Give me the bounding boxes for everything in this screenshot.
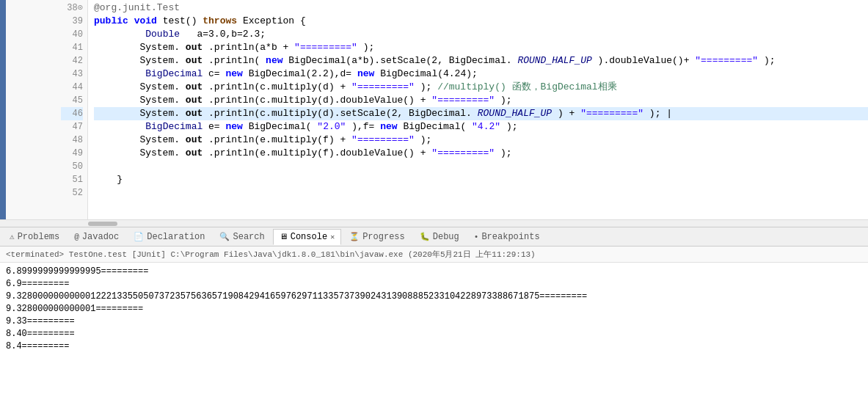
tab-javadoc[interactable]: @ Javadoc	[68, 229, 125, 245]
annotation-38: @org.junit.Test	[94, 2, 180, 13]
breakpoints-icon: •	[474, 233, 479, 241]
tab-console[interactable]: 🖥 Console ✕	[273, 229, 341, 245]
code-content[interactable]: @org.junit.Test public void test() throw…	[88, 0, 868, 219]
tab-debug-label: Debug	[433, 232, 459, 242]
line-num-48: 48	[61, 134, 83, 147]
line-num-43: 43	[61, 68, 83, 81]
console-output-line-2: 6.9=========	[6, 278, 862, 291]
line-num-41: 41	[61, 41, 83, 54]
line-num-45: 45	[61, 94, 83, 107]
bottom-panel: ⚠ Problems @ Javadoc 📄 Declaration 🔍 Sea…	[0, 227, 868, 405]
horizontal-scrollbar[interactable]	[0, 219, 868, 227]
tab-declaration-label: Declaration	[147, 232, 205, 242]
tab-console-label: Console	[291, 232, 327, 242]
tab-breakpoints[interactable]: • Breakpoints	[467, 229, 547, 245]
code-line-39: public void test() throws Exception {	[94, 15, 868, 28]
line-num-46: 46	[61, 107, 83, 120]
line-num-40: 40	[61, 28, 83, 41]
editor-wrapper: 38⊙ 39 40 41 42 43 44 45 46 47 48 49 50 …	[0, 0, 868, 405]
code-line-40: Double a=3.0,b=2.3;	[94, 28, 868, 41]
javadoc-icon: @	[74, 233, 79, 241]
console-output-line-7: 8.4=========	[6, 340, 862, 353]
tab-problems[interactable]: ⚠ Problems	[3, 229, 66, 245]
declaration-icon: 📄	[134, 232, 144, 241]
tab-debug[interactable]: 🐛 Debug	[413, 229, 466, 245]
console-output-line-5: 9.33=========	[6, 315, 862, 328]
line-num-42: 42	[61, 54, 83, 68]
code-line-49: System. out .println(e.multiply(f).doubl…	[94, 147, 868, 160]
line-numbers: 38⊙ 39 40 41 42 43 44 45 46 47 48 49 50 …	[6, 0, 88, 219]
code-line-51: }	[94, 173, 868, 186]
console-output-line-6: 8.40=========	[6, 328, 862, 340]
scrollbar-thumb[interactable]	[88, 222, 117, 226]
line-num-39: 39	[61, 15, 83, 28]
tab-bar: ⚠ Problems @ Javadoc 📄 Declaration 🔍 Sea…	[0, 227, 868, 247]
code-line-42: System. out .println( new BigDecimal(a*b…	[94, 54, 868, 68]
code-line-45: System. out .println(c.multiply(d).doubl…	[94, 94, 868, 107]
tab-progress-label: Progress	[362, 232, 405, 242]
console-header: <terminated> TestOne.test [JUnit] C:\Pro…	[0, 247, 868, 263]
search-icon: 🔍	[219, 232, 230, 241]
console-output-line-4: 9.328000000000001=========	[6, 303, 862, 315]
editor-area: 38⊙ 39 40 41 42 43 44 45 46 47 48 49 50 …	[0, 0, 868, 227]
console-output-line-3: 9.32800000000000122213355050737235756365…	[6, 291, 862, 303]
code-line-46: System. out .println(c.multiply(d).setSc…	[94, 107, 868, 120]
progress-icon: ⏳	[349, 232, 360, 241]
console-icon: 🖥	[280, 232, 288, 241]
code-line-52	[94, 186, 868, 200]
debug-icon: 🐛	[420, 232, 430, 241]
code-line-38: @org.junit.Test	[94, 1, 868, 15]
tab-breakpoints-label: Breakpoints	[481, 232, 539, 242]
tab-problems-label: Problems	[18, 232, 60, 242]
code-line-48: System. out .println(e.multiply(f) + "==…	[94, 134, 868, 147]
line-num-47: 47	[61, 120, 83, 134]
console-output-line-1: 6.8999999999999995=========	[6, 266, 862, 278]
line-num-44: 44	[61, 81, 83, 94]
tab-javadoc-label: Javadoc	[82, 232, 119, 242]
line-num-51: 51	[61, 173, 83, 186]
left-gutter-bar	[0, 0, 6, 219]
problems-icon: ⚠	[10, 232, 15, 241]
tab-progress[interactable]: ⏳ Progress	[343, 229, 412, 245]
tab-search-label: Search	[233, 232, 264, 242]
line-num-49: 49	[61, 147, 83, 160]
code-container: 38⊙ 39 40 41 42 43 44 45 46 47 48 49 50 …	[0, 0, 868, 219]
code-line-47: BigDecimal e= new BigDecimal( "2.0" ),f=…	[94, 120, 868, 134]
code-line-43: BigDecimal c= new BigDecimal(2.2),d= new…	[94, 68, 868, 81]
line-num-38: 38⊙	[61, 1, 83, 15]
tab-declaration[interactable]: 📄 Declaration	[127, 229, 211, 245]
code-line-50	[94, 160, 868, 173]
console-close-x: ✕	[330, 233, 335, 241]
code-line-44: System. out .println(c.multiply(d) + "==…	[94, 81, 868, 94]
console-header-text: <terminated> TestOne.test [JUnit] C:\Pro…	[6, 250, 536, 259]
code-line-41: System. out .println(a*b + "=========" )…	[94, 41, 868, 54]
tab-search[interactable]: 🔍 Search	[213, 229, 271, 245]
line-num-50: 50	[61, 160, 83, 173]
line-num-52: 52	[61, 186, 83, 200]
console-output[interactable]: 6.8999999999999995========= 6.9=========…	[0, 263, 868, 405]
